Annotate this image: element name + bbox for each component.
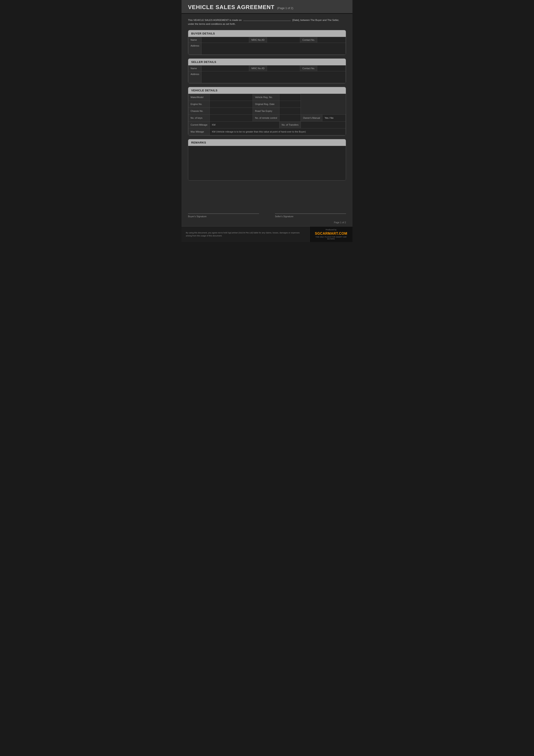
buyer-contact-label: Contact No. [300, 37, 317, 43]
buyer-details-section: BUYER DETAILS Name NRIC No./ID Contact N… [188, 30, 346, 55]
owners-manual-value[interactable]: Yes / No [322, 115, 346, 121]
produced-by-label: Produced by [326, 229, 337, 231]
owners-manual-label: Owner's Manual [301, 115, 322, 121]
page-number-footer: Page 1 of 2 [182, 220, 352, 226]
buyer-signature-block: Buyer's Signature [188, 214, 259, 218]
km-label-mileage: KM [212, 123, 216, 126]
max-mileage-value[interactable]: KM (Vehicle mileage is to be no greater … [210, 128, 346, 135]
intro-text-1: This VEHICLE SALES AGREEMENT is made on [188, 18, 242, 22]
seller-contact-label: Contact No. [300, 65, 317, 71]
page-content: This VEHICLE SALES AGREEMENT is made on … [182, 14, 352, 199]
vehicle-section-header: VEHICLE DETAILS [188, 87, 346, 94]
engine-no-label: Engine No. [189, 101, 210, 108]
spacer [182, 199, 352, 209]
seller-name-label: Name [189, 65, 202, 71]
buyer-contact-value[interactable] [317, 37, 346, 43]
footer-tagline: THE ONLY PLACE FOR SMART CAR BUYERS [312, 236, 350, 240]
buyer-nric-label: NRIC No./ID [249, 37, 267, 43]
signatures-area: Buyer's Signature Seller's Signature [182, 209, 352, 220]
no-remote-label: No. of remote control [253, 115, 279, 121]
seller-signature-block: Seller's Signature [275, 214, 346, 218]
footer-disclaimer: By using this document, you agree not to… [182, 227, 309, 242]
page-number-header: (Page 1 of 2) [277, 7, 293, 10]
page-footer: By using this document, you agree not to… [182, 226, 352, 242]
road-tax-label: Road Tax Expiry [253, 108, 279, 115]
seller-details-table: Name NRIC No./ID Contact No. Address [188, 65, 346, 83]
buyer-signature-label: Buyer's Signature [188, 215, 259, 218]
seller-address-label: Address [189, 71, 202, 83]
no-transfers-label: No. of Transfers [279, 121, 301, 128]
no-transfers-value[interactable] [301, 121, 346, 128]
buyer-section-header: BUYER DETAILS [188, 30, 346, 37]
make-model-row: Make/Model Vehicle Reg. No. [189, 94, 346, 101]
footer-brand-block: Produced by SGCARMART.COM THE ONLY PLACE… [309, 227, 352, 242]
max-mileage-label: Max Mileage [189, 128, 210, 135]
brand-tld: .COM [338, 232, 347, 235]
seller-signature-label: Seller's Signature [275, 215, 346, 218]
seller-contact-value[interactable] [317, 65, 346, 71]
engine-row: Engine No. Original Reg. Date [189, 101, 346, 108]
chassis-no-label: Chassis No. [189, 108, 210, 115]
brand-pre: SGCAR [315, 232, 328, 235]
max-mileage-note: KM (Vehicle mileage is to be no greater … [212, 130, 306, 133]
make-model-label: Make/Model [189, 94, 210, 101]
seller-nric-label: NRIC No./ID [249, 65, 267, 71]
seller-section-header: SELLER DETAILS [188, 59, 346, 65]
no-keys-label: No. of keys [189, 115, 210, 121]
seller-address-value[interactable] [202, 71, 346, 83]
buyer-address-label: Address [189, 43, 202, 55]
seller-address-row: Address [189, 71, 346, 83]
current-mileage-label: Current Mileage [189, 121, 210, 128]
mileage-row: Current Mileage KM No. of Transfers [189, 121, 346, 128]
remarks-section: REMARKS [188, 139, 346, 180]
seller-name-value[interactable] [202, 65, 249, 71]
page-title-block: VEHICLE SALES AGREEMENT (Page 1 of 2) [188, 4, 346, 11]
buyer-name-row: Name NRIC No./ID Contact No. [189, 37, 346, 43]
document-title: VEHICLE SALES AGREEMENT [188, 4, 274, 11]
engine-no-value[interactable] [210, 101, 253, 108]
road-tax-value[interactable] [279, 108, 301, 115]
intro-text-3: under the terms and conditions as set fo… [188, 23, 236, 25]
current-mileage-value[interactable]: KM [210, 121, 279, 128]
chassis-row: Chassis No. Road Tax Expiry [189, 108, 346, 115]
seller-details-section: SELLER DETAILS Name NRIC No./ID Contact … [188, 58, 346, 83]
page-header: VEHICLE SALES AGREEMENT (Page 1 of 2) [182, 0, 352, 14]
page-number-text: Page 1 of 2 [334, 221, 346, 224]
buyer-details-table: Name NRIC No./ID Contact No. Address [188, 37, 346, 55]
max-mileage-row: Max Mileage KM (Vehicle mileage is to be… [189, 128, 346, 135]
buyer-nric-value[interactable] [267, 37, 300, 43]
vehicle-reg-value[interactable] [279, 94, 301, 101]
buyer-address-row: Address [189, 43, 346, 55]
buyer-name-label: Name [189, 37, 202, 43]
seller-name-row: Name NRIC No./ID Contact No. [189, 65, 346, 71]
chassis-no-value[interactable] [210, 108, 253, 115]
no-keys-value[interactable] [210, 115, 253, 121]
brand-name: SGCARMART.COM [315, 232, 347, 235]
remarks-section-header: REMARKS [188, 139, 346, 146]
original-reg-value[interactable] [279, 101, 301, 108]
vehicle-reg-label: Vehicle Reg. No. [253, 94, 279, 101]
original-reg-label: Original Reg. Date [253, 101, 279, 108]
buyer-address-value[interactable] [202, 43, 346, 55]
keys-row: No. of keys No. of remote control Owner'… [189, 115, 346, 121]
document-page: VEHICLE SALES AGREEMENT (Page 1 of 2) Th… [182, 0, 352, 242]
brand-highlight: MART [328, 232, 338, 235]
vehicle-details-table: Make/Model Vehicle Reg. No. Engine No. O… [188, 94, 346, 135]
remarks-area[interactable] [188, 146, 346, 180]
intro-block: This VEHICLE SALES AGREEMENT is made on … [188, 18, 346, 26]
intro-text-2: [Date], between The Buyer and The Seller… [292, 18, 339, 22]
make-model-value[interactable] [210, 94, 253, 101]
no-remote-value[interactable] [279, 115, 301, 121]
vehicle-details-section: VEHICLE DETAILS Make/Model Vehicle Reg. … [188, 87, 346, 136]
disclaimer-text: By using this document, you agree not to… [186, 231, 305, 237]
buyer-name-value[interactable] [202, 37, 249, 43]
seller-nric-value[interactable] [267, 65, 300, 71]
